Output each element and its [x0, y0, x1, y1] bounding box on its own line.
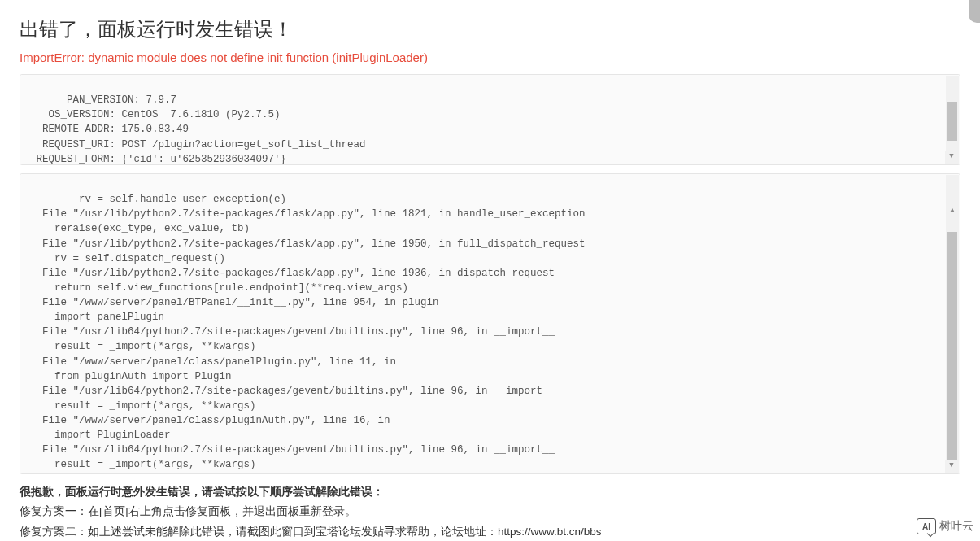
scroll-down-icon[interactable]: ▼: [945, 151, 958, 164]
footer-help: 很抱歉，面板运行时意外发生错误，请尝试按以下顺序尝试解除此错误： 修复方案一：在…: [20, 482, 960, 541]
error-message: ImportError: dynamic module does not def…: [20, 50, 960, 64]
fix-option-1: 修复方案一：在[首页]右上角点击修复面板，并退出面板重新登录。: [20, 502, 960, 521]
scroll-down-icon[interactable]: ▼: [945, 460, 958, 473]
fix-option-2: 修复方案二：如上述尝试未能解除此错误，请截图此窗口到宝塔论坛发贴寻求帮助，论坛地…: [20, 522, 960, 541]
request-info-block: PAN_VERSION: 7.9.7 OS_VERSION: CentOS 7.…: [20, 74, 960, 165]
apology-text: 很抱歉，面板运行时意外发生错误，请尝试按以下顺序尝试解除此错误：: [20, 482, 960, 502]
request-info-text: PAN_VERSION: 7.9.7 OS_VERSION: CentOS 7.…: [30, 94, 793, 165]
scrollbar-track[interactable]: ▲ ▼: [946, 76, 959, 164]
ai-icon: AI: [917, 518, 936, 534]
error-panel: 出错了，面板运行时发生错误！ ImportError: dynamic modu…: [0, 0, 980, 541]
watermark: AI 树叶云: [917, 518, 973, 534]
page-title: 出错了，面板运行时发生错误！: [20, 16, 960, 42]
scrollbar-track[interactable]: ▲ ▼: [946, 175, 959, 473]
close-corner-decoration[interactable]: [969, 0, 980, 23]
traceback-text: rv = self.handle_user_exception(e) File …: [30, 194, 586, 474]
scrollbar-thumb[interactable]: [947, 102, 957, 141]
scrollbar-thumb[interactable]: [947, 232, 957, 460]
watermark-label: 树叶云: [939, 519, 973, 534]
scroll-up-icon[interactable]: ▲: [946, 204, 959, 217]
traceback-block: rv = self.handle_user_exception(e) File …: [20, 173, 960, 474]
